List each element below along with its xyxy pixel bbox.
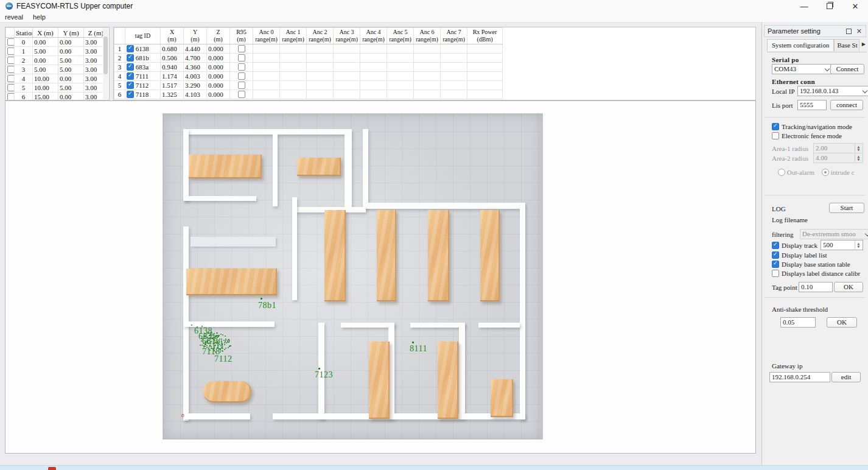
r95-checkbox[interactable] — [238, 72, 245, 80]
out-alarm-radio[interactable] — [778, 169, 785, 176]
tag-anc-range — [441, 72, 467, 81]
furniture-oval-table — [203, 381, 251, 402]
r95-checkbox[interactable] — [238, 54, 245, 61]
log-start-button[interactable]: Start — [829, 203, 864, 213]
log-label: LOG — [772, 205, 786, 212]
display-label-list-checkbox[interactable] — [772, 251, 779, 259]
tag-id-cell: 7111 — [125, 72, 161, 81]
tag-x: 0.940 — [161, 63, 184, 72]
fence-mode-checkbox[interactable] — [772, 132, 779, 139]
display-base-table-row[interactable]: Display base station table — [772, 261, 850, 268]
tag-anc-range — [360, 90, 387, 99]
menu-help[interactable]: help — [28, 13, 51, 21]
tag-row-checkbox[interactable] — [127, 45, 134, 52]
area2-label: Area-2 radius — [772, 155, 808, 162]
station-row[interactable]: 615.000.003.00 — [6, 93, 108, 101]
r95-checkbox[interactable] — [238, 91, 245, 98]
display-distance-calib-row[interactable]: Displays label distance calibr — [772, 270, 860, 277]
tag-col-header: Z(m) — [207, 28, 230, 44]
tag-col-header: Anc 6range(m) — [414, 28, 441, 44]
tracking-mode-checkbox[interactable] — [772, 123, 779, 130]
connect-serial-button[interactable]: Connect — [830, 64, 864, 74]
map-canvas-panel: 78b1712381116138683a681b711171187112 0 — [5, 100, 756, 454]
intrude-radio-row: intrude c — [822, 169, 855, 176]
tag-row[interactable]: 1 61380.6804.4400.000 — [114, 44, 503, 54]
minimize-icon[interactable]: — — [791, 0, 817, 12]
tag-point-input[interactable]: 0.10 — [799, 282, 833, 292]
ethernet-group-label: Ethernet conn — [772, 78, 815, 85]
station-row[interactable]: 410.000.003.00 — [6, 74, 108, 83]
tab-base-station[interactable]: Base St — [834, 39, 859, 51]
station-row-checkbox[interactable] — [7, 66, 15, 73]
station-row-checkbox[interactable] — [7, 57, 15, 64]
connect-ethernet-button[interactable]: connect — [830, 100, 863, 110]
tag-col-header: Anc 5range(m) — [387, 28, 414, 44]
tag-row-checkbox[interactable] — [127, 54, 134, 61]
lis-port-input[interactable]: 5555 — [797, 100, 827, 110]
station-row-checkbox[interactable] — [7, 75, 15, 82]
station-id: 1 — [15, 47, 33, 56]
station-row-checkbox[interactable] — [7, 47, 15, 55]
tag-row-checkbox[interactable] — [127, 72, 134, 80]
tag-point-ok-button[interactable]: OK — [834, 282, 863, 292]
track-count-input[interactable]: 500▲▼ — [821, 240, 863, 250]
station-y: 5.00 — [58, 83, 84, 93]
r95-checkbox[interactable] — [238, 82, 245, 89]
tab-system-configuration[interactable]: System configuration — [767, 39, 834, 51]
tag-row-checkbox[interactable] — [127, 91, 134, 98]
station-row[interactable]: 00.000.003.00 — [6, 38, 108, 47]
tag-table-panel: tag IDX(m)Y(m)Z(m)R95(m)Anc 0range(m)Anc… — [113, 27, 756, 100]
fence-mode-row[interactable]: Electronic fence mode — [772, 132, 842, 139]
tag-anc-range — [441, 81, 467, 90]
station-row[interactable]: 35.005.003.00 — [6, 65, 108, 74]
gateway-edit-button[interactable]: edit — [831, 372, 861, 382]
taskbar-app-indicator[interactable] — [48, 467, 56, 470]
local-ip-select[interactable]: 192.168.0.143 — [797, 86, 868, 96]
scrollbar-thumb[interactable] — [103, 37, 108, 74]
cluster-dot — [200, 345, 201, 346]
station-row[interactable]: 20.005.003.00 — [6, 56, 108, 65]
station-row[interactable]: 510.005.003.00 — [6, 83, 108, 93]
tag-row[interactable]: 6 71181.3254.1030.000 — [114, 90, 503, 99]
tag-rx-power — [467, 63, 503, 72]
float-panel-icon[interactable] — [846, 29, 852, 34]
station-row-checkbox[interactable] — [7, 84, 15, 91]
tracking-mode-row[interactable]: Tracking/navigation mode — [772, 123, 852, 130]
display-label-list-row[interactable]: Display label list — [772, 251, 827, 259]
restore-icon[interactable] — [817, 0, 842, 12]
anti-shake-ok-button[interactable]: OK — [827, 317, 857, 328]
tag-row[interactable]: 4 71111.1744.0030.000 — [114, 72, 503, 81]
display-track-checkbox[interactable] — [772, 242, 779, 249]
tag-rx-power — [467, 44, 503, 54]
display-base-table-checkbox[interactable] — [772, 261, 779, 268]
station-row[interactable]: 15.000.003.00 — [6, 47, 108, 56]
cluster-dot — [223, 340, 225, 341]
intrude-radio[interactable] — [822, 169, 829, 176]
serial-port-select[interactable]: COM43 — [772, 64, 832, 74]
area1-label: Area-1 radius — [772, 145, 808, 152]
station-row-checkbox[interactable] — [7, 38, 15, 46]
r95-checkbox[interactable] — [238, 45, 245, 52]
dock-close-icon[interactable]: ✕ — [856, 27, 862, 35]
tag-anc-range — [253, 90, 280, 99]
tag-row[interactable]: 3 683a0.9404.3600.000 — [114, 63, 503, 72]
tag-anc-range — [360, 44, 387, 54]
close-icon[interactable]: ✕ — [842, 0, 868, 12]
tag-row[interactable]: 5 71121.5173.2900.000 — [114, 81, 503, 90]
display-track-row[interactable]: Display track — [772, 242, 817, 249]
station-row-checkbox[interactable] — [7, 93, 15, 100]
menu-reveal[interactable]: reveal — [0, 13, 28, 21]
station-table-scrollbar[interactable] — [103, 28, 108, 99]
tag-y: 3.290 — [184, 81, 207, 90]
anti-shake-input[interactable]: 0.05 — [780, 317, 816, 328]
cluster-dot — [230, 345, 231, 346]
r95-checkbox[interactable] — [238, 63, 245, 71]
distance-calib-checkbox[interactable] — [772, 270, 779, 277]
floorplan-map[interactable]: 78b1712381116138683a681b711171187112 0 — [163, 113, 543, 440]
tag-row[interactable]: 2 681b0.5064.7000.000 — [114, 54, 503, 63]
tag-row-checkbox[interactable] — [127, 82, 134, 89]
tab-scroll-right-icon[interactable]: ▶ — [862, 41, 866, 47]
dock-header[interactable]: Parameter setting ✕ — [764, 25, 866, 37]
tag-row-checkbox[interactable] — [127, 63, 134, 71]
gateway-ip-input[interactable]: 192.168.0.254 — [769, 372, 830, 382]
